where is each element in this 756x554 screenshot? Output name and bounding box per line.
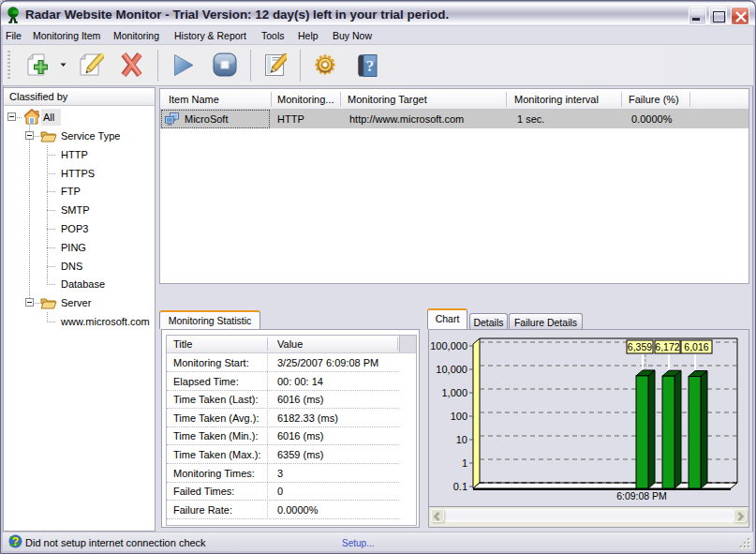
svg-text:10,000: 10,000 (436, 364, 467, 375)
svg-text:1: 1 (462, 457, 467, 469)
svg-text:100: 100 (451, 411, 467, 422)
svg-text:6:09:08 PM: 6:09:08 PM (616, 490, 667, 502)
svg-text:?: ? (366, 57, 375, 75)
svg-text:100,000: 100,000 (430, 340, 467, 352)
svg-text:10: 10 (456, 434, 467, 445)
svg-text:6,172: 6,172 (655, 341, 679, 352)
svg-text:0.1: 0.1 (453, 481, 467, 492)
svg-text:6,016: 6,016 (684, 341, 708, 352)
svg-text:?: ? (12, 535, 19, 548)
svg-text:1,000: 1,000 (441, 387, 467, 398)
svg-text:6,359: 6,359 (628, 341, 652, 352)
